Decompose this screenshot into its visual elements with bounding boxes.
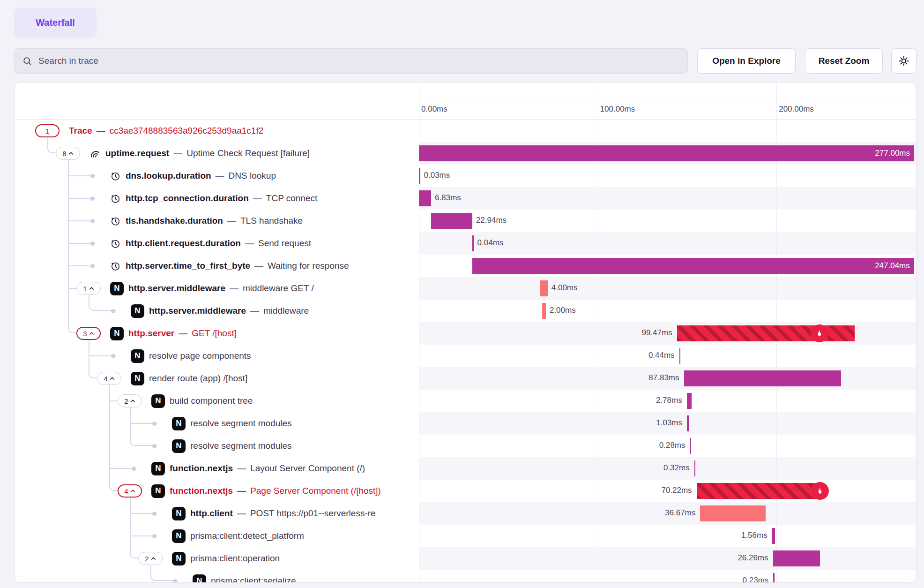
expand-collapse-badge[interactable]: 2 — [118, 394, 142, 407]
span-description: resolve page components — [149, 351, 251, 361]
span-bar[interactable] — [694, 460, 696, 476]
profile-flame-icon[interactable] — [811, 482, 829, 500]
trace-row[interactable]: Nhttp.server.middleware—middleware2.00ms — [15, 300, 916, 322]
trace-row[interactable]: Nhttp.client—POST https://p01--serverles… — [15, 502, 916, 525]
trace-row[interactable]: http.client.request.duration—Send reques… — [15, 232, 916, 255]
nextjs-icon: N — [131, 349, 144, 363]
span-bar[interactable] — [679, 348, 681, 364]
trace-row[interactable]: 8uptime.request—Uptime Check Request [fa… — [15, 142, 916, 165]
trace-row[interactable]: dns.lookup.duration—DNS lookup0.03ms — [15, 165, 916, 187]
trace-row[interactable]: tls.handshake.duration—TLS handshake22.9… — [15, 210, 916, 232]
tree-elbow-line — [130, 547, 139, 558]
span-op-name: http.client.request.duration — [126, 238, 241, 249]
span-bar[interactable] — [419, 190, 431, 206]
trace-row[interactable]: 2Nprisma:client:operation26.26ms — [15, 547, 916, 570]
op-description-separator: — — [253, 193, 262, 204]
expand-collapse-badge[interactable]: 1 — [35, 124, 60, 137]
row-waterfall-cell: 2.78ms — [419, 390, 916, 412]
trace-waterfall-panel: 0.00ms100.00ms200.00ms 1Trace—cc3ae37488… — [14, 82, 917, 583]
nextjs-icon: N — [110, 327, 124, 340]
span-bar[interactable] — [773, 573, 775, 583]
badge-count: 4 — [104, 375, 107, 383]
nextjs-icon: N — [172, 529, 186, 543]
trace-row[interactable]: 3Nhttp.server—GET /[host]99.47ms — [15, 322, 916, 345]
row-tree-cell: Nprisma:client:detect_platform — [15, 525, 419, 547]
expand-collapse-badge[interactable]: 1 — [76, 282, 101, 295]
trace-row[interactable]: 1Trace—cc3ae3748883563a926c253d9aa1c1f2 — [15, 120, 916, 142]
profile-flame-icon[interactable] — [811, 324, 828, 342]
span-op-name: Trace — [69, 126, 92, 136]
row-waterfall-cell: 87.83ms — [419, 367, 916, 390]
row-tree-cell: Nprisma:client:serialize — [15, 570, 419, 583]
op-description-separator: — — [237, 486, 246, 496]
tree-guide-line — [68, 300, 69, 322]
span-op-name: http.server.middleware — [128, 283, 225, 294]
search-input[interactable] — [37, 55, 680, 67]
expand-collapse-badge[interactable]: 4 — [118, 484, 142, 498]
span-op-name: uptime.request — [105, 148, 169, 158]
expand-collapse-badge[interactable]: 2 — [138, 552, 163, 565]
clock-icon — [110, 193, 121, 204]
trace-row[interactable]: Nresolve segment modules0.28ms — [15, 435, 916, 457]
row-waterfall-cell: 247.04ms — [419, 255, 916, 277]
trace-row[interactable]: 1Nhttp.server.middleware—middleware GET … — [15, 277, 916, 300]
span-bar[interactable] — [773, 550, 820, 566]
row-waterfall-cell: 0.04ms — [419, 232, 916, 255]
open-in-explore-button[interactable]: Open in Explore — [697, 48, 796, 74]
span-description: DNS lookup — [229, 171, 276, 181]
expand-collapse-badge[interactable]: 4 — [97, 372, 121, 385]
span-duration: 0.04ms — [477, 238, 504, 248]
trace-row[interactable]: http.tcp_connection.duration—TCP connect… — [15, 187, 916, 210]
row-waterfall-cell: 277.00ms — [419, 142, 916, 165]
span-duration: 0.23ms — [743, 576, 769, 583]
span-bar[interactable] — [687, 415, 689, 431]
tree-elbow-line — [109, 480, 119, 491]
trace-row[interactable]: http.server.time_to_first_byte—Waiting f… — [15, 255, 916, 277]
span-bar[interactable] — [542, 303, 546, 319]
span-bar[interactable] — [687, 393, 692, 409]
trace-row[interactable]: Nfunction.nextjs—Layout Server Component… — [15, 457, 916, 480]
trace-row[interactable]: 4Nfunction.nextjs—Page Server Component … — [15, 480, 916, 502]
row-tree-cell: 3Nhttp.server—GET /[host] — [15, 322, 419, 345]
tab-waterfall[interactable]: Waterfall — [14, 8, 97, 38]
span-bar[interactable] — [677, 325, 855, 341]
span-bar[interactable] — [431, 213, 472, 229]
trace-row[interactable]: Nprisma:client:serialize0.23ms — [15, 570, 916, 583]
span-bar[interactable] — [684, 370, 841, 386]
tree-bullet-icon — [152, 534, 156, 538]
span-bar[interactable] — [700, 505, 766, 521]
span-bar[interactable] — [472, 235, 474, 251]
span-bar[interactable] — [540, 280, 547, 296]
expand-collapse-badge[interactable]: 8 — [56, 147, 80, 160]
span-bar[interactable] — [690, 438, 692, 454]
expand-collapse-badge[interactable]: 3 — [76, 327, 101, 340]
op-description-separator: — — [250, 306, 259, 316]
span-op-name: http.server.middleware — [149, 306, 246, 316]
op-description-separator: — — [254, 261, 263, 271]
span-bar[interactable]: 277.00ms — [419, 145, 914, 161]
timeline-header-divider — [419, 100, 916, 100]
chevron-up-icon — [68, 151, 74, 155]
trace-row[interactable]: Nresolve page components0.44ms — [15, 345, 916, 367]
row-tree-cell: http.client.request.duration—Send reques… — [15, 232, 419, 255]
op-description-separator: — — [230, 283, 238, 294]
span-bar[interactable] — [419, 168, 420, 184]
row-tree-cell: 2Nbuild component tree — [15, 390, 419, 412]
span-bar[interactable] — [772, 528, 775, 544]
span-bar[interactable]: 247.04ms — [472, 258, 914, 274]
span-duration: 277.00ms — [875, 149, 914, 158]
reset-zoom-button[interactable]: Reset Zoom — [805, 48, 883, 74]
trace-row[interactable]: 4Nrender route (app) /[host]87.83ms — [15, 367, 916, 390]
chevron-up-icon — [130, 399, 135, 403]
trace-row[interactable]: Nprisma:client:detect_platform1.56ms — [15, 525, 916, 547]
row-tree-cell: dns.lookup.duration—DNS lookup — [15, 165, 419, 187]
row-tree-cell: Nresolve page components — [15, 345, 419, 367]
tree-bullet-icon — [90, 264, 95, 268]
row-waterfall-cell: 0.32ms — [419, 457, 916, 480]
span-bar[interactable] — [697, 483, 822, 499]
fire-icon — [815, 486, 825, 496]
span-description: middleware — [263, 306, 309, 316]
trace-row[interactable]: Nresolve segment modules1.03ms — [15, 412, 916, 435]
settings-button[interactable] — [891, 48, 917, 74]
trace-row[interactable]: 2Nbuild component tree2.78ms — [15, 390, 916, 412]
